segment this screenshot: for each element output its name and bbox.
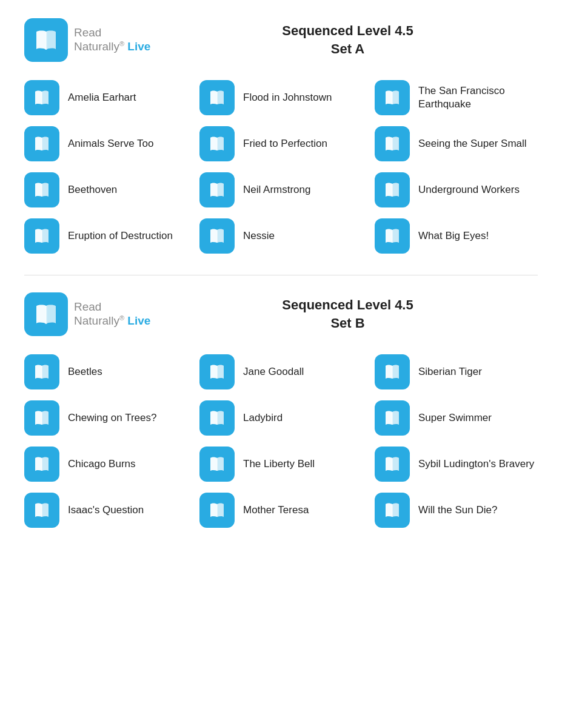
logo-text: Read Naturally® Live: [74, 300, 150, 328]
list-item: Amelia Earhart: [24, 80, 187, 115]
book-icon: [375, 218, 410, 254]
logo-icon: [24, 18, 68, 62]
svg-rect-9: [392, 184, 393, 197]
section-heading: Sequenced Level 4.5Set A: [158, 22, 538, 58]
list-item: Siberian Tiger: [375, 354, 538, 389]
svg-rect-18: [216, 412, 218, 425]
svg-rect-11: [216, 230, 218, 243]
svg-rect-6: [392, 138, 393, 150]
list-item: Isaac's Question: [24, 493, 187, 528]
logo-read: Read: [74, 300, 150, 314]
item-label: Eruption of Destruction: [68, 229, 173, 243]
list-item: Underground Workers: [375, 172, 538, 207]
book-icon: [199, 493, 235, 528]
logo-block: Read Naturally® Live: [24, 292, 158, 336]
list-item: Chicago Burns: [24, 447, 187, 482]
book-icon: [375, 447, 410, 482]
item-label: Siberian Tiger: [418, 365, 482, 379]
item-label: What Big Eyes!: [418, 229, 489, 243]
book-icon: [24, 126, 59, 161]
svg-rect-16: [392, 366, 393, 379]
svg-rect-12: [392, 230, 393, 243]
svg-rect-2: [216, 92, 218, 104]
item-label: Ladybird: [243, 411, 283, 425]
book-icon: [375, 400, 410, 436]
book-icon: [24, 493, 59, 528]
book-icon: [24, 447, 59, 482]
logo-naturally: Naturally® Live: [74, 40, 150, 54]
svg-rect-8: [216, 184, 218, 197]
svg-rect-3: [392, 92, 393, 104]
item-label: Isaac's Question: [68, 504, 144, 517]
list-item: Ladybird: [199, 400, 363, 436]
svg-rect-7: [41, 184, 42, 197]
svg-rect-17: [41, 412, 42, 425]
book-icon: [199, 447, 235, 482]
item-label: Chewing on Trees?: [68, 411, 156, 425]
item-label: Super Swimmer: [418, 411, 492, 425]
item-label: Seeing the Super Small: [418, 137, 527, 150]
logo-icon: [24, 292, 68, 336]
svg-rect-0: [45, 32, 47, 50]
list-item: What Big Eyes!: [375, 218, 538, 254]
section-heading: Sequenced Level 4.5Set B: [158, 296, 538, 332]
book-icon: [24, 354, 59, 389]
list-item: Beetles: [24, 354, 187, 389]
list-item: Will the Sun Die?: [375, 493, 538, 528]
item-label: Fried to Perfection: [243, 137, 327, 150]
svg-rect-14: [41, 366, 42, 379]
book-icon: [199, 400, 235, 436]
list-item: Chewing on Trees?: [24, 400, 187, 436]
book-icon: [199, 126, 235, 161]
item-label: Animals Serve Too: [68, 137, 153, 150]
svg-rect-21: [216, 458, 218, 471]
list-item: Seeing the Super Small: [375, 126, 538, 161]
logo-live: Live: [124, 314, 150, 327]
book-icon: [199, 218, 235, 254]
svg-rect-15: [216, 366, 218, 379]
list-item: Animals Serve Too: [24, 126, 187, 161]
item-label: Amelia Earhart: [68, 91, 136, 104]
item-label: Flood in Johnstown: [243, 91, 332, 104]
svg-rect-22: [392, 458, 393, 471]
svg-rect-5: [216, 138, 218, 150]
book-icon: [24, 218, 59, 254]
book-icon: [199, 80, 235, 115]
item-label: Will the Sun Die?: [418, 504, 497, 517]
book-icon: [375, 126, 410, 161]
item-label: Underground Workers: [418, 183, 520, 197]
section-divider: [24, 275, 538, 275]
item-label: Mother Teresa: [243, 504, 309, 517]
item-label: Jane Goodall: [243, 365, 304, 379]
list-item: Sybil Ludington's Bravery: [375, 447, 538, 482]
book-icon: [375, 493, 410, 528]
logo-read: Read: [74, 26, 150, 40]
svg-rect-25: [392, 504, 393, 517]
book-icon: [375, 172, 410, 207]
book-icon: [375, 80, 410, 115]
list-item: Flood in Johnstown: [199, 80, 363, 115]
section-header-set-a: Read Naturally® Live Sequenced Level 4.5…: [24, 18, 538, 62]
svg-rect-10: [41, 230, 42, 243]
list-item: The San Francisco Earthquake: [375, 80, 538, 115]
list-item: Neil Armstrong: [199, 172, 363, 207]
list-item: Jane Goodall: [199, 354, 363, 389]
list-item: Fried to Perfection: [199, 126, 363, 161]
logo-naturally: Naturally® Live: [74, 314, 150, 328]
list-item: Eruption of Destruction: [24, 218, 187, 254]
list-item: Beethoven: [24, 172, 187, 207]
item-label: Beethoven: [68, 183, 117, 197]
item-label: Chicago Burns: [68, 457, 136, 471]
item-label: The San Francisco Earthquake: [418, 84, 538, 111]
list-item: Super Swimmer: [375, 400, 538, 436]
book-icon: [24, 400, 59, 436]
item-label: Sybil Ludington's Bravery: [418, 457, 534, 471]
book-icon: [375, 354, 410, 389]
item-label: Beetles: [68, 365, 102, 379]
book-icon: [199, 354, 235, 389]
section-title-set-b: Sequenced Level 4.5Set B: [158, 296, 538, 332]
item-label: Neil Armstrong: [243, 183, 310, 197]
svg-rect-13: [45, 306, 47, 324]
list-item: Nessie: [199, 218, 363, 254]
items-grid-set-b: Beetles Jane Goodall Siberian Tiger Ch: [24, 354, 538, 528]
